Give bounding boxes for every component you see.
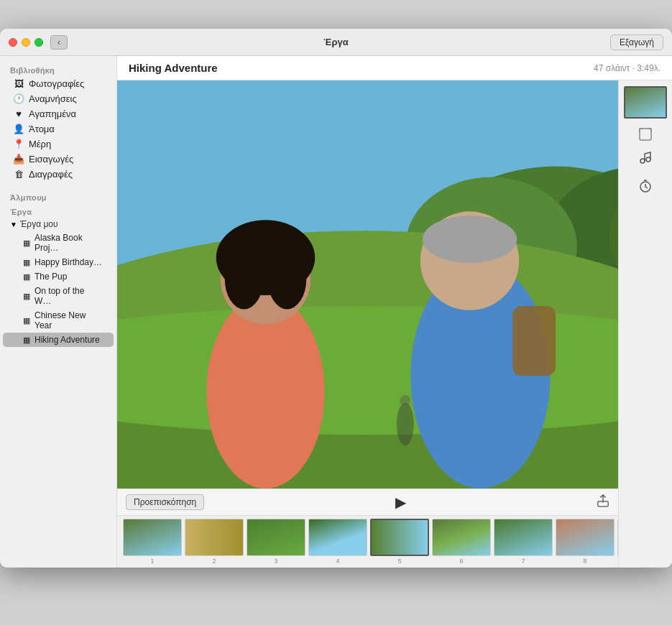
filmstrip-slide-5[interactable]: 5 <box>370 519 429 565</box>
filmstrip-slide-2[interactable]: 2 <box>185 519 244 565</box>
sidebar-item-photos[interactable]: 🖼 Φωτογραφίες <box>3 76 114 91</box>
filmstrip-label-4: 4 <box>336 557 339 565</box>
minimize-button[interactable] <box>22 38 30 47</box>
playback-bar: Προεπισκόπηση ▶ <box>117 489 618 515</box>
content-area: Hiking Adventure 47 σλάιντ · 3:49λ. <box>117 56 672 568</box>
play-button[interactable]: ▶ <box>395 494 406 511</box>
svg-point-13 <box>225 249 264 310</box>
sidebar-item-chinese[interactable]: ▦ Chinese New Year <box>3 308 114 333</box>
timer-button[interactable] <box>634 175 657 198</box>
music-button[interactable] <box>634 146 657 169</box>
export-button[interactable]: Εξαγωγή <box>610 34 663 50</box>
album-section-label: Άλμπουμ <box>0 189 116 203</box>
slide-photo <box>117 80 618 489</box>
filmstrip-thumb-7 <box>494 519 553 556</box>
svg-point-24 <box>646 157 650 162</box>
favorites-icon: ♥ <box>13 108 24 119</box>
slide-right-panel <box>618 80 672 568</box>
projects-section-label: Έργα <box>0 203 116 218</box>
svg-rect-16 <box>512 306 556 376</box>
filmstrip-thumb-6 <box>432 519 491 556</box>
traffic-lights <box>9 38 43 47</box>
filmstrip-label-8: 8 <box>583 557 586 565</box>
filmstrip-label-3: 3 <box>274 557 277 565</box>
sidebar-item-birthday[interactable]: ▦ Happy Birthday… <box>3 255 114 269</box>
window-title: Έργα <box>323 37 348 47</box>
sidebar-item-favorites[interactable]: ♥ Αγαπημένα <box>3 106 114 121</box>
filmstrip-slide-4[interactable]: 4 <box>308 519 367 565</box>
memories-icon: 🕐 <box>13 93 24 104</box>
imports-icon: 📥 <box>13 154 24 165</box>
svg-point-18 <box>423 216 517 263</box>
sidebar-item-pup[interactable]: ▦ The Pup <box>3 269 114 284</box>
library-section-label: Βιβλιοθήκη <box>0 62 116 76</box>
maximize-button[interactable] <box>34 38 43 47</box>
alaska-project-icon: ▦ <box>23 239 30 248</box>
main-window: ‹ Έργα Εξαγωγή Βιβλιοθήκη 🖼 Φωτογραφίες … <box>0 29 672 568</box>
places-icon: 📍 <box>13 139 24 149</box>
share-button[interactable] <box>597 494 609 510</box>
filmstrip: 1 2 3 4 <box>117 515 618 568</box>
ontop-project-icon: ▦ <box>23 292 30 301</box>
hiking-project-icon: ▦ <box>23 335 30 345</box>
sidebar-item-hiking[interactable]: ▦ Hiking Adventure <box>3 333 114 347</box>
pup-project-icon: ▦ <box>23 272 30 282</box>
svg-rect-22 <box>640 129 651 140</box>
sidebar-item-alaska[interactable]: ▦ Alaska Book Proj… <box>3 231 114 255</box>
sidebar-item-ontop[interactable]: ▦ On top of the W… <box>3 284 114 308</box>
svg-point-23 <box>640 159 645 163</box>
preview-button[interactable]: Προεπισκόπηση <box>126 494 204 510</box>
filmstrip-thumb-3 <box>247 519 305 556</box>
titlebar: ‹ Έργα Εξαγωγή <box>0 29 672 56</box>
filmstrip-slide-1[interactable]: 1 <box>123 519 182 565</box>
project-meta: 47 σλάιντ · 3:49λ. <box>594 63 661 73</box>
sidebar: Βιβλιοθήκη 🖼 Φωτογραφίες 🕐 Αναμνήσεις ♥ … <box>0 56 117 568</box>
filmstrip-slide-6[interactable]: 6 <box>432 519 491 565</box>
sidebar-item-imports[interactable]: 📥 Εισαγωγές <box>3 152 114 167</box>
my-projects-label: Έργα μου <box>20 219 58 229</box>
project-header: Hiking Adventure 47 σλάιντ · 3:49λ. <box>117 56 672 80</box>
project-title: Hiking Adventure <box>129 62 218 74</box>
filmstrip-thumb-2 <box>185 519 244 556</box>
filmstrip-slide-3[interactable]: 3 <box>247 519 305 565</box>
people-icon: 👤 <box>13 124 24 134</box>
filmstrip-slide-7[interactable]: 7 <box>494 519 553 565</box>
sidebar-item-places[interactable]: 📍 Μέρη <box>3 136 114 152</box>
svg-point-19 <box>397 402 414 445</box>
svg-point-20 <box>400 395 410 406</box>
sidebar-item-memories[interactable]: 🕐 Αναμνήσεις <box>3 91 114 106</box>
svg-point-14 <box>267 249 306 310</box>
filmstrip-slide-8[interactable]: 8 <box>556 519 615 565</box>
sidebar-item-people[interactable]: 👤 Άτομα <box>3 121 114 136</box>
filmstrip-label-7: 7 <box>521 557 525 565</box>
birthday-project-icon: ▦ <box>23 258 30 267</box>
filmstrip-label-6: 6 <box>459 557 463 565</box>
filmstrip-label-2: 2 <box>212 557 216 565</box>
filmstrip-thumb-1 <box>123 519 182 556</box>
filmstrip-label-1: 1 <box>150 557 154 565</box>
filmstrip-label-5: 5 <box>397 557 401 565</box>
filmstrip-thumb-4 <box>308 519 367 556</box>
slide-preview-thumbnail <box>624 86 667 119</box>
sidebar-item-deleted[interactable]: 🗑 Διαγραφές <box>3 167 114 182</box>
slide-image-container <box>117 80 618 489</box>
filmstrip-thumb-8 <box>556 519 615 556</box>
deleted-icon: 🗑 <box>13 169 24 180</box>
my-projects-group[interactable]: ▼ Έργα μου <box>0 218 116 231</box>
bottom-controls: Προεπισκόπηση ▶ <box>117 489 618 568</box>
slideshow-area: Προεπισκόπηση ▶ <box>117 80 672 568</box>
chevron-down-icon: ▼ <box>10 221 17 228</box>
back-button[interactable]: ‹ <box>50 35 68 50</box>
photos-icon: 🖼 <box>13 78 24 89</box>
main-layout: Βιβλιοθήκη 🖼 Φωτογραφίες 🕐 Αναμνήσεις ♥ … <box>0 56 672 568</box>
slide-main: Προεπισκόπηση ▶ <box>117 80 618 568</box>
close-button[interactable] <box>9 38 17 47</box>
chinese-project-icon: ▦ <box>23 316 30 325</box>
filmstrip-thumb-5 <box>370 519 429 556</box>
expand-icon <box>638 127 653 143</box>
